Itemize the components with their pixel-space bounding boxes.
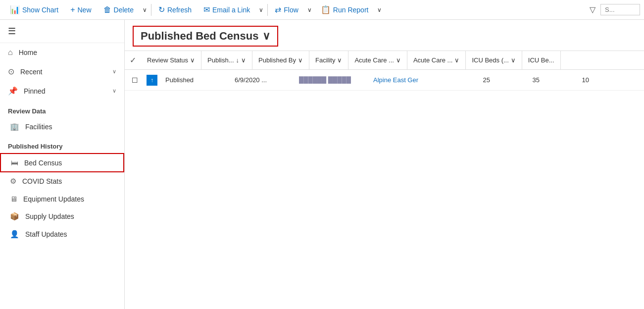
sort-down-icon: ↓ [236, 56, 240, 64]
flow-icon: ⇄ [275, 5, 281, 14]
email-icon: ✉ [203, 5, 210, 14]
view-title: Published Bed Census [141, 30, 258, 43]
staff-icon: 👤 [10, 230, 19, 239]
col-label: Publish... [207, 56, 234, 64]
col-facility[interactable]: Facility ∨ [309, 51, 348, 69]
cell-facility: Alpine East Ger [367, 76, 446, 84]
refresh-icon: ↻ [158, 5, 165, 14]
published-history-header: Published History [0, 136, 124, 153]
chart-icon: 📊 [10, 5, 20, 14]
view-title-box[interactable]: Published Bed Census ∨ [133, 26, 278, 47]
sidebar-item-label: Pinned [24, 87, 106, 95]
sidebar-item-label: Recent [20, 68, 106, 76]
filter-icon-button[interactable]: ▽ [585, 5, 600, 14]
col-icu-beds-2[interactable]: ICU Be... [522, 51, 561, 69]
bed-census-icon: 🛏 [11, 158, 18, 167]
col-label: ICU Beds (... [472, 56, 508, 64]
cell-acute-care-2: 35 [496, 76, 545, 84]
new-button[interactable]: + New [64, 0, 97, 19]
run-report-button[interactable]: 📋 Run Report [315, 0, 375, 19]
col-label: Review Status [147, 56, 188, 64]
view-header: Published Bed Census ∨ [125, 20, 644, 51]
col-label: Acute Care ... [354, 56, 394, 64]
sidebar-item-facilities[interactable]: 🏢 Facilities [0, 118, 124, 136]
cell-acute-care-1: 25 [446, 76, 496, 84]
divider-2 [267, 4, 268, 16]
col-acute-care-1[interactable]: Acute Care ... ∨ [348, 51, 407, 69]
filter-bar: ✓ Review Status ∨ Publish... ↓ ∨ Publish… [125, 51, 644, 70]
covid-stats-icon: ⚙ [10, 177, 16, 186]
supply-icon: 📦 [10, 212, 19, 221]
sidebar-item-label: Equipment Updates [23, 195, 84, 203]
col-label: ICU Be... [528, 56, 554, 64]
chevron-down-icon: ∨ [241, 56, 246, 64]
facilities-icon: 🏢 [10, 122, 19, 131]
show-chart-button[interactable]: 📊 Show Chart [4, 0, 64, 19]
review-data-header: Review Data [0, 101, 124, 118]
sidebar-item-label: Bed Census [24, 159, 62, 167]
row-checkbox[interactable]: ☐ [125, 76, 145, 84]
col-label: Published By [258, 56, 296, 64]
cell-icu-beds: 10 [545, 76, 595, 84]
chevron-down-icon: ∨ [511, 56, 516, 64]
col-acute-care-2[interactable]: Acute Care ... ∨ [407, 51, 466, 69]
toolbar-right: ▽ [585, 4, 640, 15]
col-icu-beds-1[interactable]: ICU Beds (... ∨ [466, 51, 522, 69]
sidebar-item-label: Facilities [25, 123, 52, 131]
chevron-down-icon: ∨ [112, 88, 116, 94]
chevron-down-icon: ∨ [112, 68, 116, 75]
flow-dropdown-button[interactable]: ∨ [304, 6, 315, 13]
email-dropdown-button[interactable]: ∨ [256, 6, 266, 13]
sidebar-item-home[interactable]: ⌂ Home [0, 43, 124, 62]
email-link-button[interactable]: ✉ Email a Link [198, 0, 256, 19]
col-publish[interactable]: Publish... ↓ ∨ [201, 51, 252, 69]
toolbar: 📊 Show Chart + New 🗑 Delete ∨ ↻ Refresh … [0, 0, 644, 20]
view-title-chevron: ∨ [262, 30, 270, 43]
search-input[interactable] [600, 4, 640, 15]
cell-status: Published [159, 76, 229, 84]
run-report-dropdown-button[interactable]: ∨ [374, 6, 385, 13]
pin-icon: 📌 [8, 86, 18, 96]
col-published-by[interactable]: Published By ∨ [252, 51, 309, 69]
refresh-button[interactable]: ↻ Refresh [152, 0, 198, 19]
sidebar: ☰ ⌂ Home ⊙ Recent ∨ 📌 Pinned ∨ Review Da… [0, 20, 125, 309]
cell-published-by: ██████ █████ [293, 76, 367, 84]
content-area: Published Bed Census ∨ ✓ Review Status ∨… [125, 20, 644, 309]
cell-publish-date: 6/9/2020 ... [229, 76, 293, 84]
report-icon: 📋 [321, 5, 331, 14]
trash-icon: 🗑 [103, 5, 111, 14]
recent-icon: ⊙ [8, 67, 14, 76]
chevron-down-icon: ∨ [454, 56, 459, 64]
published-icon: ↑ [147, 75, 157, 86]
home-icon: ⌂ [8, 48, 13, 57]
table-row[interactable]: ☐ ↑ Published 6/9/2020 ... ██████ █████ … [125, 70, 644, 91]
select-all-check[interactable]: ✓ [125, 55, 141, 65]
delete-button[interactable]: 🗑 Delete [98, 0, 140, 19]
row-status-icon: ↑ [145, 75, 159, 86]
sidebar-item-label: Home [19, 49, 116, 56]
sidebar-item-covid-stats[interactable]: ⚙ COVID Stats [0, 172, 124, 190]
table-area: ☐ ↑ Published 6/9/2020 ... ██████ █████ … [125, 70, 644, 309]
plus-icon: + [70, 5, 75, 14]
sidebar-item-label: Staff Updates [25, 230, 67, 238]
sidebar-item-recent[interactable]: ⊙ Recent ∨ [0, 62, 124, 81]
sidebar-item-label: COVID Stats [22, 177, 62, 185]
sidebar-item-bed-census[interactable]: 🛏 Bed Census [0, 153, 124, 172]
col-label: Facility [315, 56, 335, 64]
sidebar-item-staff-updates[interactable]: 👤 Staff Updates [0, 225, 124, 243]
chevron-down-icon: ∨ [396, 56, 401, 64]
col-review-status[interactable]: Review Status ∨ [141, 51, 201, 69]
sidebar-item-supply-updates[interactable]: 📦 Supply Updates [0, 207, 124, 225]
divider-1 [151, 4, 151, 16]
chevron-down-icon: ∨ [298, 56, 303, 64]
equipment-icon: 🖥 [10, 195, 17, 203]
sidebar-item-label: Supply Updates [25, 212, 74, 220]
col-label: Acute Care ... [413, 56, 452, 64]
sidebar-item-equipment-updates[interactable]: 🖥 Equipment Updates [0, 190, 124, 207]
chevron-down-icon: ∨ [337, 56, 342, 64]
sidebar-item-pinned[interactable]: 📌 Pinned ∨ [0, 81, 124, 101]
main-layout: ☰ ⌂ Home ⊙ Recent ∨ 📌 Pinned ∨ Review Da… [0, 20, 644, 309]
hamburger-menu-icon[interactable]: ☰ [0, 20, 124, 43]
delete-dropdown-button[interactable]: ∨ [140, 6, 150, 13]
flow-button[interactable]: ⇄ Flow [269, 0, 304, 19]
